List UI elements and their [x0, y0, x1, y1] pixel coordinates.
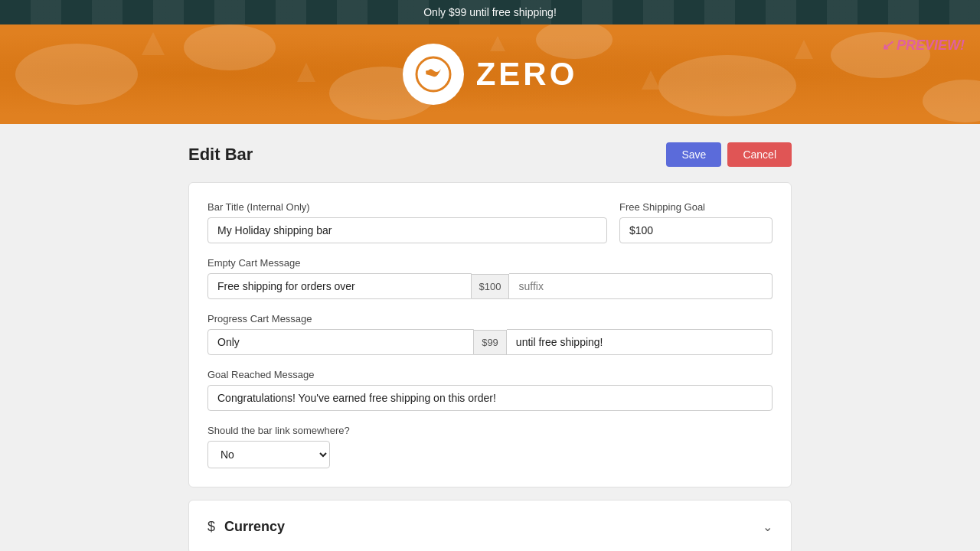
empty-cart-label: Empty Cart Message — [207, 257, 773, 269]
currency-section-header[interactable]: $ Currency ⌄ — [207, 519, 773, 535]
form-group-empty-cart: Empty Cart Message $100 — [207, 257, 773, 299]
currency-section-left: $ Currency — [207, 519, 285, 535]
form-group-goal-reached: Goal Reached Message — [207, 369, 773, 411]
svg-point-1 — [184, 24, 276, 70]
progress-cart-prefix-input[interactable] — [207, 329, 474, 355]
header-logo: ZERO — [403, 44, 578, 105]
currency-icon: $ — [207, 519, 215, 535]
goal-reached-label: Goal Reached Message — [207, 369, 773, 380]
form-row-bar-link: Should the bar link somewhere? No Yes — [207, 425, 773, 468]
form-group-bar-link: Should the bar link somewhere? No Yes — [207, 425, 350, 468]
svg-marker-10 — [642, 70, 660, 90]
preview-label: PREVIEW! — [897, 37, 965, 53]
form-row-title-goal: Bar Title (Internal Only) Free Shipping … — [207, 201, 773, 243]
currency-chevron-icon: ⌄ — [763, 520, 773, 534]
form-row-goal-reached: Goal Reached Message — [207, 369, 773, 411]
progress-cart-label: Progress Cart Message — [207, 313, 773, 324]
header-hero: ZERO ↙ PREVIEW! — [0, 24, 980, 124]
form-group-bar-title: Bar Title (Internal Only) — [207, 201, 607, 243]
logo-circle — [403, 44, 464, 105]
form-group-progress-cart: Progress Cart Message $99 — [207, 313, 773, 355]
empty-cart-suffix-input[interactable] — [509, 273, 773, 299]
bar-title-input[interactable] — [207, 217, 607, 243]
progress-cart-suffix-input[interactable] — [507, 329, 773, 355]
save-button[interactable]: Save — [666, 142, 721, 167]
bar-title-label: Bar Title (Internal Only) — [207, 201, 607, 213]
currency-title: Currency — [224, 519, 285, 535]
logo-icon — [414, 55, 452, 93]
goal-reached-input[interactable] — [207, 385, 773, 411]
free-shipping-goal-input[interactable] — [619, 217, 773, 243]
announcement-bar: Only $99 until free shipping! — [0, 0, 980, 24]
form-group-shipping-goal: Free Shipping Goal — [619, 201, 773, 243]
form-row-progress-cart: Progress Cart Message $99 — [207, 313, 773, 355]
bar-link-select[interactable]: No Yes — [207, 441, 330, 468]
form-row-empty-cart: Empty Cart Message $100 — [207, 257, 773, 299]
svg-marker-7 — [142, 32, 165, 55]
main-content: Edit Bar Save Cancel Bar Title (Internal… — [176, 124, 804, 551]
announcement-text: Only $99 until free shipping! — [423, 6, 557, 18]
empty-cart-input-group: $100 — [207, 273, 773, 299]
svg-marker-8 — [297, 63, 315, 82]
progress-cart-input-group: $99 — [207, 329, 773, 355]
empty-cart-addon: $100 — [472, 274, 510, 299]
cancel-button[interactable]: Cancel — [727, 142, 792, 167]
edit-bar-card: Bar Title (Internal Only) Free Shipping … — [188, 182, 792, 487]
page-title: Edit Bar — [188, 145, 253, 165]
svg-marker-11 — [795, 40, 813, 59]
currency-card[interactable]: $ Currency ⌄ — [188, 500, 792, 551]
page-header: Edit Bar Save Cancel — [188, 142, 792, 167]
svg-point-4 — [658, 55, 796, 116]
preview-arrow: ↙ — [881, 37, 893, 53]
svg-point-0 — [15, 44, 138, 105]
logo-text: ZERO — [476, 56, 578, 93]
bar-link-label: Should the bar link somewhere? — [207, 425, 350, 436]
progress-cart-addon: $99 — [474, 330, 507, 355]
button-group: Save Cancel — [666, 142, 792, 167]
empty-cart-prefix-input[interactable] — [207, 273, 472, 299]
svg-point-13 — [426, 70, 429, 73]
preview-badge: ↙ PREVIEW! — [881, 37, 965, 54]
svg-point-6 — [923, 80, 980, 122]
free-shipping-goal-label: Free Shipping Goal — [619, 201, 773, 213]
